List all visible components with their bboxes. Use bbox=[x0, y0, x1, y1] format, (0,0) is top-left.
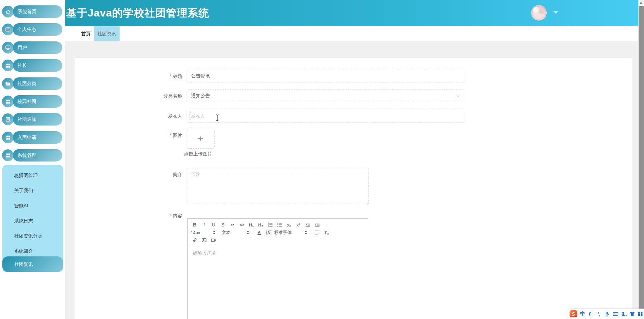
heading-select[interactable]: 文本 bbox=[222, 229, 250, 236]
sidebar-item-profile[interactable]: 个人中心 bbox=[0, 23, 65, 36]
chevron-down-icon[interactable] bbox=[553, 11, 558, 14]
sidebar-item-label: 入团申请 bbox=[13, 135, 36, 141]
sidebar-item-label: 社长 bbox=[13, 63, 27, 69]
user-avatar[interactable] bbox=[531, 5, 547, 21]
tab-club-news[interactable]: 社团资讯 bbox=[94, 26, 120, 41]
soft-keyboard-icon[interactable] bbox=[613, 311, 618, 317]
editor-placeholder: 请输入正文 bbox=[192, 250, 216, 256]
background-color-button[interactable]: A bbox=[265, 229, 273, 236]
underline-button-label: U bbox=[212, 222, 215, 227]
align-icon bbox=[315, 230, 320, 235]
editor-toolbar-row2: 14px文本AA标准字体Tx bbox=[191, 229, 365, 236]
sidebar-pill: 校园社团 bbox=[13, 95, 62, 108]
upload-hint: 点击上传图片 bbox=[184, 151, 212, 157]
sidebar-item-campus-club[interactable]: 校园社团 bbox=[0, 95, 65, 108]
code-block-button[interactable]: </> bbox=[238, 221, 246, 228]
form-card: *标题 分类名称 通知公告 发布人 *图片 bbox=[75, 57, 632, 319]
publisher-input[interactable] bbox=[187, 110, 464, 122]
submenu-item-about[interactable]: 关于我们 bbox=[2, 185, 63, 196]
underline-button[interactable]: U bbox=[210, 221, 218, 228]
strike-button-label: S bbox=[221, 222, 224, 227]
required-marker: * bbox=[170, 213, 171, 218]
folder-icon bbox=[2, 78, 14, 90]
app-root: 系统首页个人中心用户社长社团分类校园社团社团通知入团申请系统管理 轮播图管理关于… bbox=[0, 0, 644, 319]
title-input[interactable] bbox=[187, 70, 464, 82]
ol-icon: 123 bbox=[267, 222, 273, 227]
outdent-icon bbox=[305, 222, 311, 227]
svg-text:x: x bbox=[327, 233, 329, 235]
category-select[interactable]: 通知公告 bbox=[187, 90, 464, 102]
submenu-item-news-category[interactable]: 社团资讯分类 bbox=[2, 231, 63, 241]
grid-icon bbox=[2, 132, 14, 143]
text-caret bbox=[190, 112, 190, 120]
ul-icon bbox=[277, 222, 282, 227]
sidebar-item-president[interactable]: 社长 bbox=[0, 59, 65, 72]
sidebar-item-category[interactable]: 社团分类 bbox=[0, 77, 65, 90]
link-button[interactable] bbox=[191, 237, 199, 244]
home-icon bbox=[2, 6, 14, 17]
size-select[interactable]: 14px bbox=[191, 229, 216, 236]
grid-icon bbox=[2, 60, 14, 71]
submenu-item-club-news-selected[interactable]: 社团资讯 bbox=[2, 256, 63, 272]
subscript-button-label: x₂ bbox=[287, 222, 291, 227]
sidebar-item-system[interactable]: 系统管理 bbox=[0, 149, 65, 162]
account-icon[interactable]: 17 bbox=[621, 311, 627, 317]
submenu-item-ai[interactable]: 智能AI bbox=[2, 201, 63, 211]
sidebar-pill: 系统首页 bbox=[13, 5, 62, 18]
blockquote-button-label: ” bbox=[231, 225, 234, 227]
image-button[interactable] bbox=[200, 237, 208, 244]
strike-button[interactable]: S bbox=[219, 221, 227, 228]
sidebar-item-notice[interactable]: 社团通知 bbox=[0, 113, 65, 126]
image-upload-button[interactable]: + bbox=[187, 129, 215, 149]
scrollbar-thumb[interactable] bbox=[639, 6, 644, 313]
punctuation-button[interactable]: ’, bbox=[596, 311, 602, 317]
sidebar-item-home[interactable]: 系统首页 bbox=[0, 5, 65, 18]
ordered-list-button[interactable]: 123 bbox=[266, 221, 274, 228]
subscript-button[interactable]: x₂ bbox=[285, 221, 293, 228]
video-button[interactable] bbox=[210, 237, 218, 244]
size-select-label: 14px bbox=[191, 230, 200, 235]
submenu-item-banner[interactable]: 轮播图管理 bbox=[2, 170, 63, 180]
submenu-item-log[interactable]: 系统日志 bbox=[2, 216, 63, 226]
night-mode-icon[interactable] bbox=[588, 311, 593, 317]
resize-handle-icon[interactable] bbox=[365, 200, 368, 206]
submenu-item-system-intro[interactable]: 系统简介 bbox=[2, 246, 63, 256]
required-marker: * bbox=[170, 73, 171, 79]
bold-button[interactable]: B bbox=[191, 221, 199, 228]
tabbar: 首页社团资讯 bbox=[65, 26, 638, 41]
italic-button-label: I bbox=[203, 222, 205, 227]
sogou-logo[interactable]: S bbox=[570, 310, 577, 317]
blockquote-button[interactable]: ” bbox=[228, 220, 236, 229]
tab-home[interactable]: 首页 bbox=[78, 26, 94, 41]
editor-body[interactable]: 请输入正文 bbox=[188, 246, 368, 260]
sidebar-item-label: 社团分类 bbox=[13, 81, 36, 87]
text-color-button[interactable]: A bbox=[255, 229, 263, 236]
intro-label: 简介 bbox=[75, 168, 182, 181]
header2-button[interactable]: H₂ bbox=[257, 221, 265, 228]
scroll-up-arrow-icon[interactable] bbox=[640, 2, 642, 4]
clear-format-button[interactable]: Tx bbox=[323, 229, 331, 236]
content-area: *标题 分类名称 通知公告 发布人 *图片 bbox=[65, 41, 638, 319]
chinese-mode-button[interactable]: 中 bbox=[580, 311, 585, 317]
grid-icon bbox=[2, 149, 14, 161]
bullet-list-button[interactable] bbox=[276, 221, 284, 228]
toolbox-icon[interactable] bbox=[638, 311, 643, 317]
page-scrollbar[interactable] bbox=[638, 0, 644, 319]
rich-text-editor: BIUS”</>H₁H₂123x₂x² 14px文本AA标准字体Tx 请输入正文 bbox=[187, 218, 368, 319]
italic-button[interactable]: I bbox=[200, 221, 208, 228]
image-icon bbox=[201, 238, 207, 243]
intro-textarea[interactable] bbox=[187, 168, 369, 204]
sidebar-item-user[interactable]: 用户 bbox=[0, 41, 65, 54]
sidebar-pill: 系统管理 bbox=[13, 149, 62, 162]
outdent-button[interactable] bbox=[304, 221, 312, 228]
indent-button[interactable] bbox=[313, 221, 321, 228]
skin-icon[interactable] bbox=[630, 311, 635, 317]
header2-button-label: H₂ bbox=[258, 222, 263, 227]
align-button[interactable] bbox=[313, 229, 321, 236]
header1-button[interactable]: H₁ bbox=[247, 221, 255, 228]
voice-input-icon[interactable] bbox=[604, 311, 610, 317]
font-select[interactable]: 标准字体 bbox=[274, 229, 308, 236]
superscript-button[interactable]: x² bbox=[294, 221, 302, 228]
required-marker: * bbox=[170, 133, 171, 138]
sidebar-item-apply[interactable]: 入团申请 bbox=[0, 131, 65, 144]
